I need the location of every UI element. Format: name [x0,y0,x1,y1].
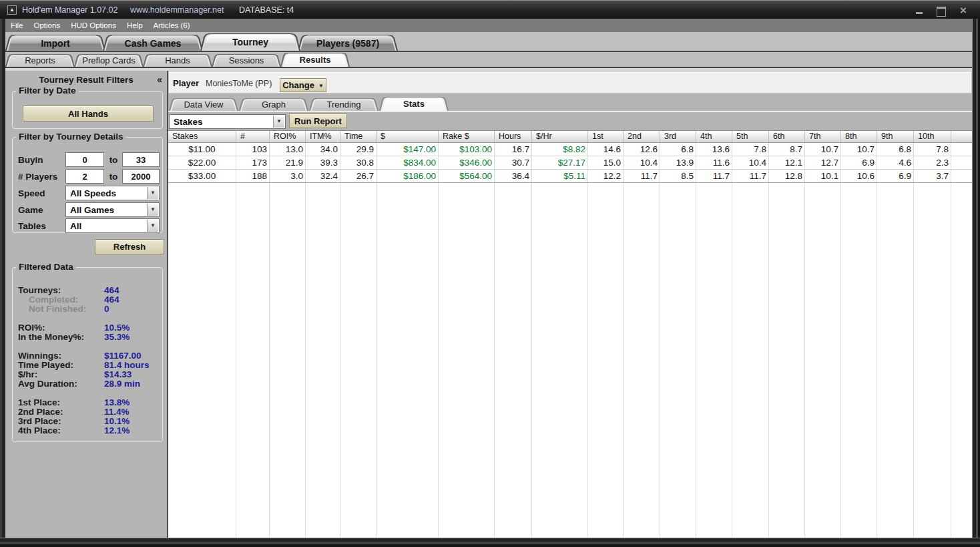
app-icon[interactable]: ▲ [7,5,17,15]
buyin-to-word: to [106,155,121,165]
cell: 103 [236,143,270,156]
menu-item-help[interactable]: Help [121,19,148,32]
menu-item-hud-options[interactable]: HUD Options [65,19,121,32]
column-header-hours[interactable]: Hours [495,131,532,142]
buyin-from-input[interactable] [65,152,104,167]
cell: 3.0 [270,170,306,182]
tab-label: Cash Games [103,35,203,51]
column-header-5th[interactable]: 5th [732,131,769,142]
tab-cash-games[interactable]: Cash Games [103,35,203,51]
filtered-data-group: Filtered Data Tourneys:464Completed:464N… [12,267,163,442]
empty-column [696,183,732,538]
tab-import[interactable]: Import [5,35,105,51]
empty-column [660,183,696,538]
stat-line: Tourneys:464 [13,285,162,295]
change-player-button[interactable]: Change▼ [280,78,326,92]
empty-column [306,183,340,538]
tables-label: Tables [18,221,46,231]
column-header-10th[interactable]: 10th [914,131,951,142]
tab-sessions[interactable]: Sessions [212,54,281,67]
cell: 14.6 [588,143,624,156]
window-database: DATABASE: t4 [239,5,294,15]
column-header-time[interactable]: Time [340,131,377,142]
cell: 12.6 [624,143,660,156]
tab-preflop-cards[interactable]: Preflop Cards [74,54,144,67]
column-header-1st[interactable]: 1st [588,131,624,142]
view-tab-strip: Data ViewGraphTrendingStats [168,98,972,111]
tab-stats[interactable]: Stats [379,97,449,111]
tab-label: Hands [143,54,212,67]
minimize-button[interactable] [915,7,924,15]
tab-results[interactable]: Results [280,53,350,67]
stat-value: 464 [104,285,119,295]
maximize-button[interactable] [936,7,945,15]
players-from-input[interactable] [65,169,104,184]
tab-players-9587[interactable]: Players (9587) [298,35,398,51]
cell: $564.00 [439,170,495,182]
column-header-9th[interactable]: 9th [877,131,914,142]
buyin-to-input[interactable] [122,152,160,167]
close-button[interactable]: × [959,7,968,15]
column-header-stakes[interactable]: Stakes [168,131,236,142]
column-header--[interactable]: # [236,131,270,142]
stat-label: Time Played: [18,360,73,370]
game-label: Game [18,205,43,215]
tab-hands[interactable]: Hands [143,54,212,67]
column-header-roi-[interactable]: ROI% [270,131,306,142]
column-header-2nd[interactable]: 2nd [624,131,660,142]
stat-value: 12.1% [104,425,130,435]
report-toolbar: Stakes ▼ Run Report [168,112,972,131]
table-row[interactable]: $11.0010313.034.029.9$147.00$103.0016.7$… [168,143,972,156]
sub-tab-strip: ReportsPreflop CardsHandsSessionsResults [5,52,972,68]
cell: 4.6 [877,156,914,169]
stat-line: 3rd Place:10.1% [13,416,162,425]
stat-label: 3rd Place: [18,416,61,426]
column-header--[interactable]: $ [377,131,439,142]
menu-item-options[interactable]: Options [29,19,66,32]
stat-line: 2nd Place:11.4% [13,407,162,416]
column-header-3rd[interactable]: 3rd [660,131,696,142]
column-header-rake-[interactable]: Rake $ [439,131,495,142]
column-header-itm-[interactable]: ITM% [306,131,340,142]
table-row[interactable]: $22.0017321.939.330.8$834.00$346.0030.7$… [168,156,972,170]
game-select[interactable]: All Games ▼ [65,202,160,217]
stat-line: Time Played:81.4 hours [13,360,162,369]
tab-graph[interactable]: Graph [239,98,308,111]
players-label: # Players [18,172,57,182]
column-header-8th[interactable]: 8th [841,131,877,142]
column-header--hr[interactable]: $/Hr [532,131,588,142]
empty-column [236,183,270,538]
report-type-select[interactable]: Stakes ▼ [169,114,286,129]
menu-item-articles-6-[interactable]: Articles (6) [148,19,196,32]
stat-label: 4th Place: [18,425,61,435]
cell: 13.9 [660,156,696,169]
tab-reports[interactable]: Reports [5,54,75,67]
run-report-button[interactable]: Run Report [289,114,347,128]
cell: 11.7 [696,170,732,182]
refresh-button[interactable]: Refresh [95,239,164,254]
tab-data-view[interactable]: Data View [169,98,238,111]
speed-select[interactable]: All Speeds ▼ [65,186,160,200]
menu-item-file[interactable]: File [5,19,29,32]
collapse-sidebar-button[interactable]: « [157,74,162,85]
tables-select[interactable]: All ▼ [65,218,160,233]
column-header-4th[interactable]: 4th [696,131,732,142]
tab-label: Reports [5,54,75,67]
stat-value: 10.5% [104,323,130,333]
table-row[interactable]: $33.001883.032.426.7$186.00$564.0036.4$5… [168,170,972,183]
all-hands-button[interactable]: All Hands [23,106,154,122]
stat-line: Completed:464 [13,295,162,304]
empty-column [769,183,805,538]
column-header-6th[interactable]: 6th [769,131,805,142]
tab-trending[interactable]: Trending [309,98,379,111]
empty-column [914,183,951,538]
players-to-input[interactable] [122,169,160,184]
cell: $186.00 [377,170,439,182]
stat-value: 10.1% [104,416,130,426]
filter-by-tourney-details-group: Filter by Tourney Details Buyin to # Pla… [12,137,163,233]
tab-tourney[interactable]: Tourney [200,33,300,51]
cell: 10.4 [624,156,660,169]
window-frame-bottom [0,538,980,547]
window-title: Hold'em Manager 1.07.02 [22,5,117,15]
column-header-7th[interactable]: 7th [805,131,841,142]
